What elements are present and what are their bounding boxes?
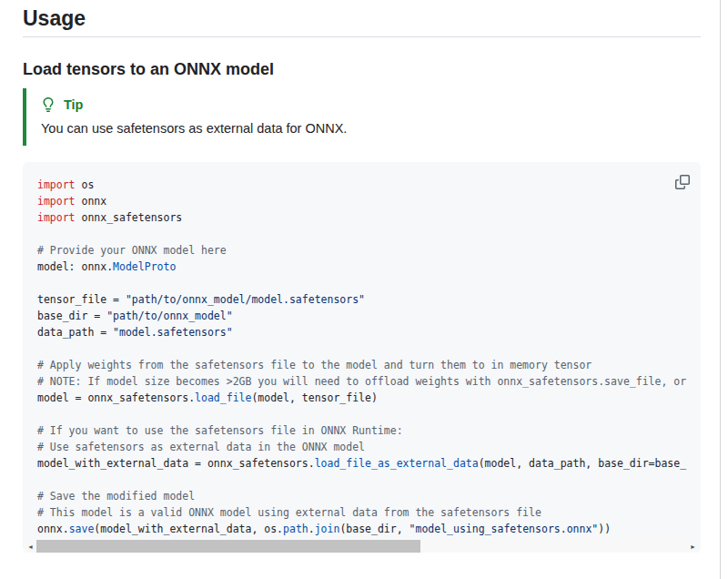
code-token: onnx <box>76 195 107 208</box>
code-line: tensor_file = "path/to/onnx_model/model.… <box>37 291 686 308</box>
code-token: (model_with_external_data, os. <box>94 523 283 535</box>
code-line: model = onnx_safetensors.load_file(model… <box>37 390 686 406</box>
page-title: Usage <box>23 0 701 37</box>
code-token: ModelProto <box>113 260 176 273</box>
code-token: base_dir = <box>37 310 106 322</box>
code-token: # NOTE: If model size becomes >2GB you w… <box>37 375 686 388</box>
code-content: import osimport onnximport onnx_safetens… <box>23 162 701 537</box>
scrollbar-thumb[interactable] <box>36 540 420 553</box>
scrollbar-right-arrow[interactable]: ► <box>687 540 699 553</box>
light-bulb-icon <box>41 97 56 112</box>
code-block: import osimport onnximport onnx_safetens… <box>23 162 701 553</box>
code-token: # This model is a valid ONNX model using… <box>37 506 541 519</box>
horizontal-scrollbar[interactable]: ◄ ► <box>25 540 699 553</box>
documentation-page: Usage Load tensors to an ONNX model Tip … <box>0 0 705 553</box>
code-line: # Save the modified model <box>37 488 686 504</box>
code-token: onnx_safetensors <box>76 211 183 224</box>
code-token: model = onnx_safetensors. <box>37 391 195 404</box>
code-token: import <box>37 195 76 208</box>
code-token: model: onnx. <box>37 260 113 273</box>
readme-content: Usage Load tensors to an ONNX model Tip … <box>23 0 701 553</box>
code-line: # Provide your ONNX model here <box>37 242 686 259</box>
code-token: # If you want to use the safetensors fil… <box>37 424 403 437</box>
code-token: import <box>37 178 76 191</box>
copy-button[interactable] <box>670 169 695 195</box>
code-line: import os <box>37 177 686 193</box>
code-line <box>37 406 686 422</box>
code-token: "model_using_safetensors.onnx" <box>410 523 599 535</box>
code-line <box>37 226 686 242</box>
code-token: path <box>283 523 308 535</box>
code-token: os <box>76 178 95 191</box>
code-token: )) <box>598 523 611 535</box>
code-token: "path/to/onnx_model/model.safetensors" <box>126 293 365 306</box>
tip-label: Tip <box>64 96 83 114</box>
code-token: "path/to/onnx_model" <box>106 310 232 322</box>
code-line: # If you want to use the safetensors fil… <box>37 422 686 439</box>
code-token: data_path = <box>37 326 113 339</box>
tip-text: You can use safetensors as external data… <box>41 119 686 138</box>
code-token: "model.safetensors" <box>113 326 233 339</box>
code-line: model: onnx.ModelProto <box>37 259 686 275</box>
code-line: # Use safetensors as external data in th… <box>37 439 686 455</box>
code-token: # Provide your ONNX model here <box>37 244 227 257</box>
code-token: onnx. <box>37 523 69 535</box>
code-line: # This model is a valid ONNX model using… <box>37 504 686 521</box>
code-token: load_file <box>195 391 251 404</box>
code-token: tensor_file = <box>37 293 126 306</box>
code-line <box>37 340 686 357</box>
code-token: import <box>37 211 76 224</box>
scrollbar-track[interactable] <box>420 540 687 553</box>
code-token: join <box>315 523 340 535</box>
code-line: import onnx <box>37 193 686 209</box>
code-line: onnx.save(model_with_external_data, os.p… <box>37 521 686 537</box>
code-token: (base_dir, <box>339 523 409 535</box>
code-line: data_path = "model.safetensors" <box>37 324 686 340</box>
code-token: load_file_as_external_data <box>315 457 479 470</box>
scrollbar-left-arrow[interactable]: ◄ <box>25 540 36 553</box>
tip-title-row: Tip <box>41 96 686 114</box>
code-line: import onnx_safetensors <box>37 209 686 226</box>
code-line: base_dir = "path/to/onnx_model" <box>37 308 686 324</box>
code-token: . <box>308 523 315 535</box>
section-heading: Load tensors to an ONNX model <box>23 59 701 79</box>
tip-callout: Tip You can use safetensors as external … <box>23 88 701 146</box>
code-token: # Save the modified model <box>37 490 195 503</box>
code-token: (model, data_path, base_dir=base_ <box>479 457 686 470</box>
code-token: # Use safetensors as external data in th… <box>37 441 365 453</box>
code-line <box>37 275 686 291</box>
code-token: save <box>69 523 95 535</box>
code-line: # NOTE: If model size becomes >2GB you w… <box>37 373 686 390</box>
code-token: (model, tensor_file) <box>251 391 377 404</box>
code-line: model_with_external_data = onnx_safetens… <box>37 455 686 472</box>
code-line <box>37 472 686 488</box>
code-line: # Apply weights from the safetensors fil… <box>37 357 686 373</box>
copy-icon <box>675 175 690 189</box>
window-right-border <box>720 0 721 579</box>
code-token: model_with_external_data = onnx_safetens… <box>37 457 315 470</box>
code-token: # Apply weights from the safetensors fil… <box>37 359 592 371</box>
